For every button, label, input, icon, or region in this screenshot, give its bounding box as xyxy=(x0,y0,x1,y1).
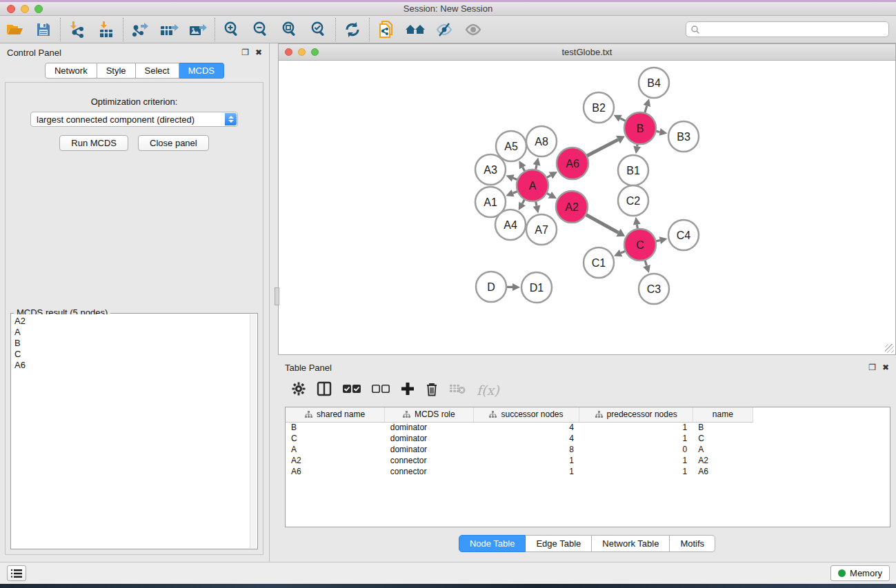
zoom-window-button[interactable] xyxy=(34,5,43,13)
table-row[interactable]: Cdominator41C xyxy=(286,433,753,444)
edge-A6-B[interactable] xyxy=(586,140,618,157)
table-cell[interactable]: dominator xyxy=(385,422,473,433)
select-all-checked-icon[interactable] xyxy=(343,384,361,396)
result-item[interactable]: C xyxy=(14,349,247,360)
close-window-button[interactable] xyxy=(7,5,15,13)
table-cell[interactable]: A6 xyxy=(693,466,753,477)
column-header-MCDS-role[interactable]: MCDS role xyxy=(385,407,473,422)
zoom-fit-icon[interactable] xyxy=(275,17,304,42)
table-row[interactable]: A6connector11A6 xyxy=(286,466,753,477)
hide-selected-icon[interactable] xyxy=(430,17,459,42)
function-builder-icon[interactable]: f(x) xyxy=(477,383,499,398)
column-header-predecessor-nodes[interactable]: predecessor nodes xyxy=(579,407,693,422)
memory-button[interactable]: Memory xyxy=(830,565,890,581)
first-neighbors-icon[interactable] xyxy=(401,17,430,42)
search-input[interactable] xyxy=(703,25,884,34)
network-window-titlebar[interactable]: testGlobe.txt xyxy=(278,43,896,61)
column-header-shared-name[interactable]: shared name xyxy=(286,407,385,422)
search-box[interactable] xyxy=(686,21,889,37)
close-panel-button[interactable]: Close panel xyxy=(138,135,209,151)
tab-network-table[interactable]: Network Table xyxy=(592,535,670,552)
tab-motifs[interactable]: Motifs xyxy=(670,535,715,552)
show-all-icon[interactable] xyxy=(459,17,488,42)
tab-select[interactable]: Select xyxy=(136,63,179,79)
network-canvas[interactable]: B4B2BB3A8A5A6A3B1AC2A1A2A4A7C4CC1DD1C3 xyxy=(278,61,896,355)
pane-divider-handle[interactable] xyxy=(275,287,279,305)
network-zoom-button[interactable] xyxy=(311,48,319,56)
result-item[interactable]: A6 xyxy=(14,360,247,371)
import-table-icon[interactable] xyxy=(92,17,121,42)
criterion-dropdown[interactable]: largest connected component (directed) xyxy=(30,112,238,127)
table-cell[interactable]: 1 xyxy=(579,422,693,433)
deselect-all-icon[interactable] xyxy=(372,384,390,396)
table-cell[interactable]: A2 xyxy=(693,455,753,466)
tab-style[interactable]: Style xyxy=(97,63,136,79)
table-row[interactable]: Bdominator41B xyxy=(286,422,753,433)
table-cell[interactable]: A xyxy=(286,444,385,455)
table-cell[interactable]: A xyxy=(693,444,753,455)
delete-table-icon[interactable] xyxy=(449,383,466,397)
table-cell[interactable]: 1 xyxy=(579,466,693,477)
tab-mcds[interactable]: MCDS xyxy=(179,63,224,79)
network-minimize-button[interactable] xyxy=(298,48,306,56)
table-cell[interactable]: 1 xyxy=(473,455,579,466)
save-icon[interactable] xyxy=(29,17,58,42)
tab-edge-table[interactable]: Edge Table xyxy=(526,535,592,552)
table-cell[interactable]: dominator xyxy=(385,444,473,455)
table-cell[interactable]: 4 xyxy=(473,433,579,444)
float-panel-icon[interactable]: ❐ xyxy=(241,48,249,57)
table-cell[interactable]: 0 xyxy=(579,444,693,455)
edge-A2-C[interactable] xyxy=(584,214,618,232)
table-cell[interactable]: 8 xyxy=(473,444,579,455)
table-cell[interactable]: 4 xyxy=(473,422,579,433)
zoom-in-icon[interactable] xyxy=(217,17,246,42)
titlebar[interactable]: Session: New Session xyxy=(0,2,896,16)
table-cell[interactable]: connector xyxy=(385,455,473,466)
table-cell[interactable]: A6 xyxy=(286,466,385,477)
result-scrollbar[interactable] xyxy=(250,314,257,548)
table-cell[interactable]: 1 xyxy=(579,455,693,466)
mcds-result-list[interactable]: A2ABCA6 xyxy=(12,314,250,548)
column-header-successor-nodes[interactable]: successor nodes xyxy=(473,407,579,422)
float-table-panel-icon[interactable]: ❐ xyxy=(868,363,876,372)
refresh-layout-icon[interactable] xyxy=(338,17,367,42)
node-label-B3: B3 xyxy=(677,131,690,143)
table-cell[interactable]: 1 xyxy=(473,466,579,477)
delete-column-icon[interactable] xyxy=(426,382,438,399)
close-panel-icon[interactable]: ✖ xyxy=(255,48,262,57)
table-cell[interactable]: connector xyxy=(385,466,473,477)
table-row[interactable]: A2connector11A2 xyxy=(286,455,753,466)
minimize-window-button[interactable] xyxy=(21,5,29,13)
run-mcds-button[interactable]: Run MCDS xyxy=(59,135,128,151)
table-settings-icon[interactable] xyxy=(292,382,306,398)
table-cell[interactable]: dominator xyxy=(385,433,473,444)
export-table-icon[interactable] xyxy=(155,17,183,42)
open-folder-icon[interactable] xyxy=(0,17,29,42)
network-close-button[interactable] xyxy=(285,48,292,56)
table-cell[interactable]: B xyxy=(693,422,753,433)
table-cell[interactable]: C xyxy=(693,433,753,444)
node-table[interactable]: shared nameMCDS rolesuccessor nodesprede… xyxy=(285,407,890,527)
tab-node-table[interactable]: Node Table xyxy=(459,535,526,552)
table-cell[interactable]: C xyxy=(286,433,385,444)
export-network-icon[interactable] xyxy=(126,17,155,42)
tab-network[interactable]: Network xyxy=(45,63,97,79)
table-cell[interactable]: 1 xyxy=(579,433,693,444)
table-cell[interactable]: B xyxy=(286,422,385,433)
zoom-selected-icon[interactable] xyxy=(304,17,333,42)
table-row[interactable]: Adominator80A xyxy=(286,444,753,455)
result-item[interactable]: A2 xyxy=(14,316,247,327)
show-column-icon[interactable] xyxy=(317,381,332,399)
export-image-icon[interactable] xyxy=(183,17,212,42)
new-network-from-selection-icon[interactable] xyxy=(372,17,401,42)
table-cell[interactable]: A2 xyxy=(286,455,385,466)
import-network-icon[interactable] xyxy=(63,17,92,42)
result-item[interactable]: B xyxy=(14,338,247,349)
add-column-icon[interactable] xyxy=(401,382,415,398)
task-history-button[interactable] xyxy=(7,565,26,581)
close-table-panel-icon[interactable]: ✖ xyxy=(882,363,889,372)
zoom-out-icon[interactable] xyxy=(246,17,275,42)
column-header-name[interactable]: name xyxy=(693,407,753,422)
resize-grip-icon[interactable] xyxy=(885,344,894,353)
result-item[interactable]: A xyxy=(14,327,247,338)
